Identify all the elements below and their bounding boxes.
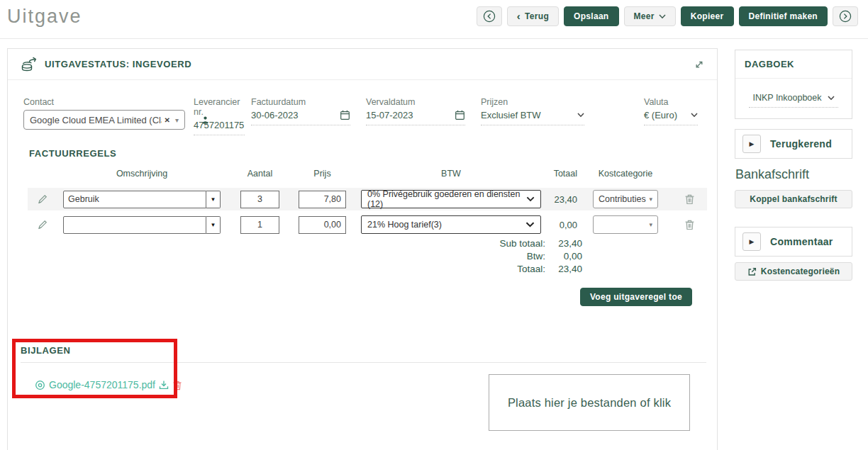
line-total: 0,00 xyxy=(546,220,577,230)
edit-line-button[interactable] xyxy=(28,219,57,230)
preview-eye-icon[interactable] xyxy=(35,380,45,390)
due-date-value: 15-07-2023 xyxy=(366,110,455,120)
cost-category-select[interactable]: Contributies ▾ xyxy=(593,190,658,208)
header-cost-category: Kostcategorie xyxy=(593,169,658,179)
invoice-date-label: Factuurdatum xyxy=(251,97,350,107)
supplier-nr-value: 4757201175 xyxy=(194,120,245,130)
expand-panel-button[interactable] xyxy=(694,60,704,69)
next-record-button[interactable] xyxy=(833,6,858,26)
page-title: Uitgave xyxy=(7,6,82,28)
cost-category-value: Contributies xyxy=(599,194,646,204)
invoice-line-row: ▼ 21% Hoog tarief(3) 0,00 ▾ xyxy=(28,213,707,236)
prices-value: Exclusief BTW xyxy=(481,110,577,120)
dagboek-select[interactable]: INKP Inkoopboek xyxy=(749,93,838,108)
attachment-item: Google-4757201175.pdf xyxy=(35,379,182,390)
pencil-icon xyxy=(37,219,48,230)
add-expense-line-label: Voeg uitgaveregel toe xyxy=(590,292,682,302)
play-icon: ▶ xyxy=(750,238,755,245)
subtotal-value: 23,40 xyxy=(545,237,582,250)
calendar-icon[interactable] xyxy=(340,110,350,120)
due-date-input[interactable]: 15-07-2023 xyxy=(366,110,465,125)
vat-select-value: 21% Hoog tarief(3) xyxy=(367,220,442,230)
finalize-button-label: Definitief maken xyxy=(749,11,818,21)
back-button-label: Terug xyxy=(525,11,549,21)
toolbar: ‹ Terug Opslaan Meer Kopieer Definitief … xyxy=(477,6,858,26)
dagboek-select-value: INKP Inkoopboek xyxy=(752,93,821,103)
due-date-label: Vervaldatum xyxy=(366,97,465,107)
more-button-label: Meer xyxy=(634,11,655,21)
kostencategorieen-button[interactable]: Kostencategorieën xyxy=(735,262,852,281)
cost-category-select[interactable]: ▾ xyxy=(593,215,658,234)
invoice-lines-title: FACTUURREGELS xyxy=(29,148,116,159)
copy-button[interactable]: Kopieer xyxy=(681,6,734,26)
save-button[interactable]: Opslaan xyxy=(564,6,618,26)
play-icon: ▶ xyxy=(750,140,755,147)
back-button[interactable]: ‹ Terug xyxy=(507,6,559,26)
add-expense-line-button[interactable]: Voeg uitgaveregel toe xyxy=(580,288,692,306)
description-dropdown-button[interactable]: ▼ xyxy=(206,191,221,208)
dropdown-triangle-icon: ▼ xyxy=(211,196,216,203)
dagboek-title: DAGBOEK xyxy=(735,50,852,79)
expand-terugkerend-button[interactable]: ▶ xyxy=(742,135,761,153)
caret-down-icon: ▾ xyxy=(175,116,179,124)
vat-select[interactable]: 0% Privégebruik goederen en diensten (12… xyxy=(361,190,541,208)
header-total: Totaal xyxy=(546,169,577,179)
header-divider xyxy=(0,38,868,39)
subtotal-label: Sub totaal: xyxy=(499,237,545,250)
trash-icon xyxy=(684,193,695,205)
description-input[interactable] xyxy=(63,216,206,234)
prices-label: Prijzen xyxy=(481,97,584,107)
clear-contact-icon[interactable]: ✕ xyxy=(165,116,170,124)
description-input[interactable] xyxy=(63,191,206,208)
prev-record-button[interactable] xyxy=(477,6,502,26)
chevron-down-icon xyxy=(577,113,584,118)
supplier-nr-input[interactable]: 4757201175 xyxy=(194,120,245,135)
delete-line-button[interactable] xyxy=(681,193,698,205)
finalize-button[interactable]: Definitief maken xyxy=(739,6,828,26)
quantity-input[interactable] xyxy=(240,191,279,208)
currency-field: Valuta € (Euro) xyxy=(644,97,698,125)
totals-block: Sub totaal: 23,40 Btw: 0,00 Totaal: 23,4… xyxy=(499,237,582,276)
kostencategorieen-label: Kostencategorieën xyxy=(761,266,840,276)
more-button[interactable]: Meer xyxy=(624,6,676,26)
edit-line-button[interactable] xyxy=(28,193,57,205)
save-button-label: Opslaan xyxy=(574,11,608,21)
header-quantity: Aantal xyxy=(240,169,279,179)
header-description: Omschrijving xyxy=(63,169,221,179)
caret-down-icon: ▾ xyxy=(649,196,652,203)
calendar-icon[interactable] xyxy=(455,110,465,120)
attachments-title: BIJLAGEN xyxy=(21,345,71,356)
contact-select[interactable]: Google Cloud EMEA Limited (Cla... ✕ ▾ xyxy=(23,110,185,130)
delete-attachment-icon[interactable] xyxy=(172,380,182,390)
terugkerend-label: Terugkerend xyxy=(770,138,832,150)
supplier-nr-field: Leverancier nr. 4757201175 xyxy=(194,97,245,135)
chevron-down-icon xyxy=(525,222,535,227)
expense-status-title: UITGAVESTATUS: INGEVOERD xyxy=(45,59,191,69)
chevron-down-icon xyxy=(526,196,535,202)
attachment-link[interactable]: Google-4757201175.pdf xyxy=(49,379,155,390)
prices-select[interactable]: Exclusief BTW xyxy=(481,110,584,125)
vat-total-label: Btw: xyxy=(527,250,545,263)
price-input[interactable] xyxy=(299,216,346,234)
commentaar-card: ▶ Commentaar xyxy=(735,227,852,257)
dagboek-card: DAGBOEK INKP Inkoopboek xyxy=(735,50,852,119)
currency-select[interactable]: € (Euro) xyxy=(644,110,698,125)
pencil-icon xyxy=(37,193,48,205)
file-dropzone[interactable]: Plaats hier je bestanden of klik xyxy=(489,374,690,431)
prices-field: Prijzen Exclusief BTW xyxy=(481,97,584,125)
invoice-line-row: ▼ 0% Privégebruik goederen en diensten (… xyxy=(28,188,707,210)
vat-select[interactable]: 21% Hoog tarief(3) xyxy=(361,215,541,234)
caret-down-icon: ▾ xyxy=(649,221,652,228)
expand-commentaar-button[interactable]: ▶ xyxy=(742,232,761,251)
delete-line-button[interactable] xyxy=(681,219,698,230)
invoice-date-input[interactable]: 30-06-2023 xyxy=(251,110,350,125)
quantity-input[interactable] xyxy=(240,216,279,234)
price-input[interactable] xyxy=(299,191,346,208)
invoice-lines-header-row: Omschrijving Aantal Prijs BTW Totaal Kos… xyxy=(28,168,707,179)
description-dropdown-button[interactable]: ▼ xyxy=(206,216,221,234)
download-icon[interactable] xyxy=(159,380,169,390)
expense-status-header: UITGAVESTATUS: INGEVOERD xyxy=(8,49,717,80)
dropzone-label: Plaats hier je bestanden of klik xyxy=(508,396,671,410)
koppel-bankafschrift-button[interactable]: Koppel bankafschrift xyxy=(735,190,852,208)
attachments-divider xyxy=(21,362,706,363)
